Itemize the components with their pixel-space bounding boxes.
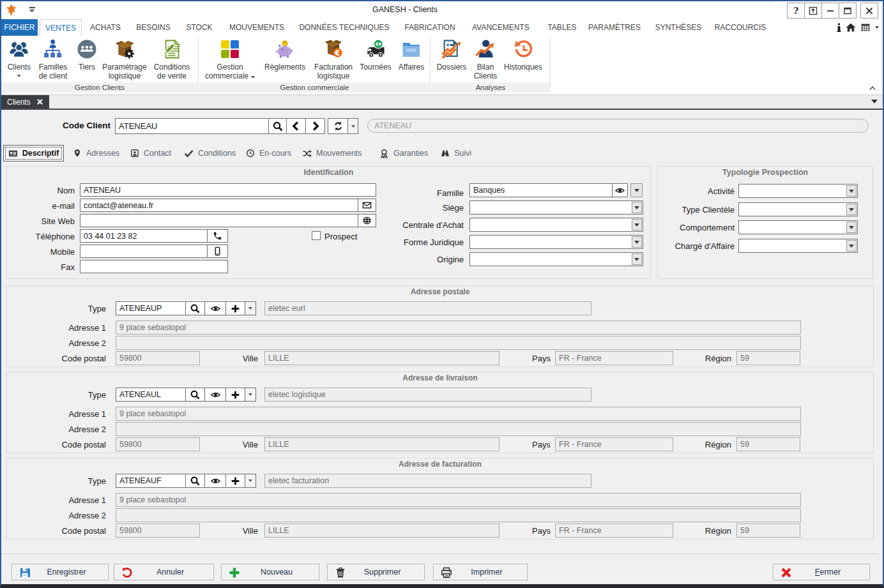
- tab-list-dropdown-icon[interactable]: [871, 100, 878, 103]
- info-icon[interactable]: [837, 23, 841, 33]
- call-mobile-button[interactable]: [207, 245, 228, 258]
- delete-button[interactable]: Supprimer: [327, 564, 425, 580]
- ribbon-button-tournees[interactable]: Tournées: [360, 39, 391, 72]
- ribbon-tab-achats[interactable]: ACHATS: [84, 19, 127, 36]
- code-client-input[interactable]: ATENEAU: [115, 118, 269, 134]
- ribbon-tab-parametres[interactable]: PARAMÈTRES: [582, 19, 647, 36]
- ribbon-button-gestion-commerciale[interactable]: Gestion commerciale: [205, 39, 255, 80]
- dropdown-button[interactable]: [632, 219, 642, 230]
- famille-dropdown-button[interactable]: [630, 183, 643, 197]
- address-options-button[interactable]: [245, 388, 256, 402]
- comportement-combo[interactable]: [738, 220, 858, 234]
- address-type-input[interactable]: ATENEAUP: [116, 301, 186, 315]
- nom-input[interactable]: ATENEAU: [80, 183, 376, 197]
- origine-combo[interactable]: [469, 252, 643, 266]
- add-address-button[interactable]: [225, 474, 245, 488]
- dropdown-button[interactable]: [846, 240, 857, 252]
- siteweb-input[interactable]: [80, 214, 358, 227]
- address-type-input[interactable]: ATENEAUL: [116, 388, 186, 402]
- centrale-achat-combo[interactable]: [469, 218, 643, 232]
- address-options-button[interactable]: [245, 474, 256, 488]
- print-button[interactable]: Imprimer: [433, 564, 528, 580]
- dropdown-button[interactable]: [632, 253, 642, 265]
- ribbon-button-parametrage-logistique[interactable]: Paramétrage logistique: [102, 39, 146, 80]
- view-famille-button[interactable]: [612, 183, 628, 197]
- ribbon-button-familles-de-client[interactable]: Familles de client: [39, 39, 68, 80]
- tab-adresses[interactable]: Adresses: [73, 145, 119, 162]
- ribbon-tab-avancements[interactable]: AVANCEMENTS: [466, 19, 536, 36]
- ribbon-tab-fichier[interactable]: FICHIER: [1, 19, 38, 36]
- help-button[interactable]: ?: [787, 3, 805, 19]
- table-view-icon[interactable]: [860, 22, 871, 33]
- ribbon-button-bilan-clients[interactable]: Bilan Clients: [474, 39, 498, 80]
- ribbon-button-conditions-de-vente[interactable]: Conditions de vente: [154, 39, 190, 80]
- call-phone-button[interactable]: [207, 229, 228, 243]
- telephone-input[interactable]: 03 44 01 23 82: [80, 229, 208, 243]
- tab-descriptif[interactable]: Descriptif: [3, 145, 64, 162]
- ribbon-tab-tables[interactable]: TABLES: [541, 19, 583, 36]
- ribbon-button-clients[interactable]: Clients: [8, 39, 31, 77]
- tab-contact[interactable]: Contact: [130, 145, 171, 162]
- prospect-checkbox[interactable]: [312, 231, 321, 240]
- charge-affaire-combo[interactable]: [738, 239, 858, 253]
- add-address-button[interactable]: [225, 388, 245, 402]
- dropdown-button[interactable]: [846, 222, 857, 233]
- ribbon-button-historiques[interactable]: Historiques: [504, 39, 542, 72]
- ribbon-tab-ventes[interactable]: VENTES: [40, 19, 82, 36]
- type-clientele-combo[interactable]: [738, 202, 858, 216]
- home-icon[interactable]: [846, 22, 856, 33]
- next-record-button[interactable]: [305, 118, 325, 134]
- ribbon-tab-donnees-techniques[interactable]: DONNÉES TECHNIQUES: [293, 19, 395, 36]
- view-address-button[interactable]: [204, 301, 226, 315]
- add-address-button[interactable]: [225, 301, 245, 315]
- ribbon-tab-fabrication[interactable]: FABRICATION: [398, 19, 461, 36]
- forme-juridique-combo[interactable]: [469, 235, 643, 249]
- refresh-button[interactable]: [328, 118, 348, 134]
- tab-en-cours[interactable]: En-cours: [246, 145, 291, 162]
- ribbon-button-facturation-logistique[interactable]: Facturation logistique: [314, 39, 353, 80]
- address-type-input[interactable]: ATENEAUF: [116, 474, 186, 488]
- ribbon-tab-stock[interactable]: STOCK: [179, 19, 218, 36]
- address-options-button[interactable]: [245, 301, 256, 315]
- siege-combo[interactable]: [469, 200, 643, 215]
- search-client-button[interactable]: [268, 118, 287, 134]
- search-address-button[interactable]: [185, 474, 205, 488]
- fax-input[interactable]: [80, 260, 228, 273]
- previous-record-button[interactable]: [286, 118, 306, 134]
- minimize-button[interactable]: [821, 3, 839, 19]
- ribbon-button-reglements[interactable]: Règlements: [264, 39, 305, 72]
- close-form-button[interactable]: Fermer: [773, 564, 870, 580]
- tab-suivi[interactable]: Suivi: [441, 145, 471, 162]
- email-input[interactable]: contact@ateneau.fr: [80, 199, 358, 212]
- close-window-button[interactable]: [860, 3, 878, 19]
- ribbon-tab-besoins[interactable]: BESOINS: [130, 19, 176, 36]
- ribbon-button-affaires[interactable]: Affaires: [399, 39, 424, 72]
- ribbon-tab-mouvements[interactable]: MOUVEMENTS: [223, 19, 291, 36]
- dropdown-button[interactable]: [632, 236, 642, 248]
- tab-conditions[interactable]: Conditions: [184, 145, 236, 162]
- pin-window-button[interactable]: [804, 3, 822, 19]
- activite-combo[interactable]: [738, 184, 858, 198]
- maximize-button[interactable]: [839, 3, 857, 19]
- ribbon-tab-raccourcis[interactable]: RACCOURCIS: [708, 19, 773, 36]
- mobile-input[interactable]: [80, 245, 208, 258]
- dropdown-button[interactable]: [632, 202, 642, 213]
- dropdown-button[interactable]: [846, 204, 857, 215]
- ribbon-button-tiers[interactable]: Tiers: [77, 39, 97, 72]
- search-address-button[interactable]: [185, 301, 205, 315]
- save-button[interactable]: Enregistrer: [11, 564, 109, 580]
- cancel-button[interactable]: Annuler: [114, 564, 214, 580]
- quick-access-toolbar-dropdown[interactable]: [29, 6, 37, 14]
- table-view-dropdown-icon[interactable]: [875, 26, 879, 29]
- refresh-options-button[interactable]: [347, 118, 358, 134]
- collapse-ribbon-icon[interactable]: [869, 84, 876, 91]
- view-address-button[interactable]: [204, 388, 226, 402]
- new-button[interactable]: Nouveau: [221, 564, 319, 580]
- view-address-button[interactable]: [204, 474, 226, 488]
- document-tab-clients[interactable]: Clients: [1, 95, 49, 109]
- tab-garanties[interactable]: Garanties: [379, 145, 428, 162]
- tab-mouvements[interactable]: Mouvements: [302, 145, 362, 162]
- famille-combo[interactable]: Banques: [469, 183, 613, 197]
- ribbon-button-dossiers[interactable]: Dossiers: [437, 39, 467, 72]
- close-tab-icon[interactable]: [36, 98, 43, 105]
